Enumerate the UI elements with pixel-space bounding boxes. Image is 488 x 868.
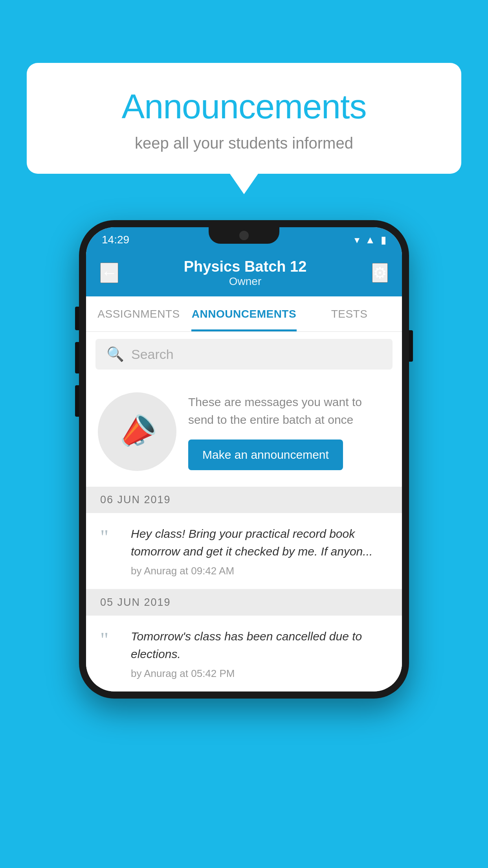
status-icons: ▾ ▲ ▮: [354, 234, 386, 246]
promo-content: These are messages you want to send to t…: [188, 393, 390, 470]
phone-btn-right: [409, 330, 413, 362]
phone-outer: 14:29 ▾ ▲ ▮ ← Physics Batch 12 Owner ⚙: [79, 220, 409, 699]
announcement-text-2: Tomorrow's class has been cancelled due …: [131, 627, 388, 663]
phone-camera: [239, 231, 249, 240]
promo-icon-circle: 📣: [98, 392, 176, 471]
status-time: 14:29: [102, 234, 129, 246]
speech-bubble-subtitle: keep all your students informed: [46, 134, 442, 152]
search-container: 🔍 Search: [86, 332, 402, 377]
speech-bubble-title: Announcements: [46, 86, 442, 127]
signal-icon: ▲: [365, 234, 375, 246]
announcement-content-1: Hey class! Bring your practical record b…: [131, 525, 388, 577]
tab-assignments[interactable]: ASSIGNMENTS: [86, 296, 191, 331]
megaphone-icon: 📣: [112, 408, 162, 456]
announcement-meta-2: by Anurag at 05:42 PM: [131, 668, 388, 680]
owner-subtitle: Owner: [184, 275, 307, 288]
date-divider-2: 05 JUN 2019: [86, 589, 402, 616]
phone-btn-left-1: [75, 307, 79, 330]
search-bar[interactable]: 🔍 Search: [95, 339, 393, 370]
announcement-item-1[interactable]: " Hey class! Bring your practical record…: [86, 513, 402, 589]
announcement-text-1: Hey class! Bring your practical record b…: [131, 525, 388, 560]
app-header: ← Physics Batch 12 Owner ⚙: [86, 249, 402, 296]
phone-btn-left-3: [75, 385, 79, 417]
promo-section: 📣 These are messages you want to send to…: [86, 377, 402, 487]
tab-tests[interactable]: TESTS: [297, 296, 402, 331]
wifi-icon: ▾: [354, 234, 360, 246]
quote-icon-1: ": [100, 527, 120, 548]
make-announcement-button[interactable]: Make an announcement: [188, 440, 343, 470]
header-title-group: Physics Batch 12 Owner: [184, 258, 307, 288]
speech-bubble: Announcements keep all your students inf…: [27, 63, 461, 174]
announcement-item-2[interactable]: " Tomorrow's class has been cancelled du…: [86, 616, 402, 691]
announcement-content-2: Tomorrow's class has been cancelled due …: [131, 627, 388, 680]
speech-bubble-container: Announcements keep all your students inf…: [27, 63, 461, 174]
tab-announcements[interactable]: ANNOUNCEMENTS: [191, 296, 297, 331]
phone-screen: 14:29 ▾ ▲ ▮ ← Physics Batch 12 Owner ⚙: [86, 227, 402, 691]
date-divider-1: 06 JUN 2019: [86, 487, 402, 513]
tabs-bar: ASSIGNMENTS ANNOUNCEMENTS TESTS: [86, 296, 402, 332]
settings-button[interactable]: ⚙: [372, 263, 388, 283]
promo-text: These are messages you want to send to t…: [188, 393, 390, 428]
search-placeholder: Search: [131, 347, 174, 362]
announcement-meta-1: by Anurag at 09:42 AM: [131, 565, 388, 577]
batch-title: Physics Batch 12: [184, 258, 307, 275]
quote-icon-2: ": [100, 630, 120, 650]
phone-btn-left-2: [75, 342, 79, 373]
battery-icon: ▮: [381, 234, 386, 246]
back-button[interactable]: ←: [100, 263, 118, 283]
search-icon: 🔍: [106, 346, 124, 362]
phone-mockup: 14:29 ▾ ▲ ▮ ← Physics Batch 12 Owner ⚙: [79, 220, 409, 699]
phone-notch: [209, 227, 279, 244]
